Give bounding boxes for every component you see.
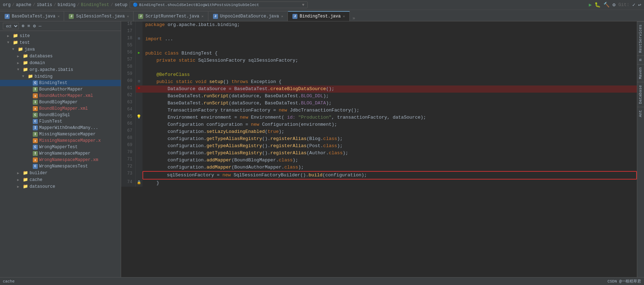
right-tab-database[interactable]: Database bbox=[637, 82, 644, 107]
settings-icon[interactable]: ⚙ bbox=[33, 23, 36, 29]
java-icon: C bbox=[33, 119, 38, 124]
sidebar-item-boundblogmapper[interactable]: I BoundBlogMapper bbox=[0, 99, 121, 105]
sidebar-scope-select[interactable]: ect bbox=[3, 23, 19, 29]
item-label: domain bbox=[30, 61, 45, 66]
line-content: } bbox=[142, 180, 637, 187]
line-gutter bbox=[135, 142, 142, 150]
breadcrumb: org / apache / ibatis / binding / Bindin… bbox=[3, 2, 128, 7]
folder-icon: 📁 bbox=[13, 40, 18, 45]
line-gutter: ● bbox=[135, 86, 142, 93]
breadcrumb-apache[interactable]: apache bbox=[16, 2, 31, 7]
sidebar-item-builder[interactable]: ▶ 📁 builder bbox=[0, 170, 121, 176]
line-number: 56 bbox=[121, 50, 135, 57]
tab-close-unpooled[interactable]: ✕ bbox=[281, 14, 283, 19]
breadcrumb-org[interactable]: org bbox=[3, 2, 11, 7]
run-icon[interactable]: ▶ bbox=[589, 2, 592, 8]
debug-icon[interactable]: 🐛 bbox=[594, 2, 601, 8]
table-row: 68 configuration.getTypeAliasRegistry().… bbox=[121, 135, 637, 142]
tab-label-binding: BindingTest.java bbox=[300, 14, 341, 19]
hide-icon[interactable]: — bbox=[38, 24, 41, 29]
sidebar-item-binding[interactable]: ▼ 📁 binding bbox=[0, 73, 121, 80]
breadcrumb-ibatis[interactable]: ibatis bbox=[37, 2, 52, 7]
item-label: MissingNamespaceMapper.x bbox=[39, 138, 101, 143]
folder-icon: 📁 bbox=[23, 170, 28, 176]
java-icon: C bbox=[33, 145, 38, 150]
git-icon[interactable]: ✓ bbox=[632, 2, 635, 8]
line-content bbox=[142, 64, 637, 71]
item-label: FlushTest bbox=[39, 119, 62, 124]
sidebar-item-flushtest[interactable]: C FlushTest bbox=[0, 118, 121, 125]
code-table: 16 package org.apache.ibatis.binding; 17… bbox=[121, 21, 637, 187]
tab-basedatatest[interactable]: J BaseDataTest.java ✕ bbox=[0, 11, 64, 21]
sidebar-item-org[interactable]: ▼ 📁 org.apache.ibatis bbox=[0, 66, 121, 73]
sidebar-item-datasource[interactable]: ▶ 📁 datasource bbox=[0, 183, 121, 190]
tab-close-binding[interactable]: ✕ bbox=[343, 14, 345, 19]
code-editor[interactable]: 16 package org.apache.ibatis.binding; 17… bbox=[121, 21, 637, 277]
sidebar-item-boundauthormapper[interactable]: I BoundAuthorMapper bbox=[0, 86, 121, 93]
sidebar-item-missingnsmapper[interactable]: I MissingNamespaceMapper bbox=[0, 131, 121, 138]
collapse-icon[interactable]: ≡ bbox=[27, 24, 30, 29]
tab-bindingtest[interactable]: J BindingTest.java ✕ bbox=[288, 11, 349, 21]
table-row: 64 TransactionFactory transactionFactory… bbox=[121, 107, 637, 114]
sidebar-item-wrongmappertest[interactable]: C WrongMapperTest bbox=[0, 144, 121, 150]
xml-icon: X bbox=[33, 106, 38, 111]
sidebar-item-boundblogsql[interactable]: C BoundBlogSql bbox=[0, 112, 121, 118]
line-gutter: ⊟ bbox=[135, 78, 142, 86]
tab-close-sqlsession[interactable]: ✕ bbox=[127, 14, 129, 19]
tab-sqlsessiontest[interactable]: J SqlSessionTest.java ✕ bbox=[64, 11, 134, 21]
sidebar-item-mapperwithone[interactable]: I MapperWithOneAndMany... bbox=[0, 125, 121, 131]
method-selector[interactable]: 🔵 BindingTest.shouldSelectBlogWithPostsU… bbox=[130, 1, 308, 8]
breadcrumb-binding[interactable]: binding bbox=[58, 2, 76, 7]
line-gutter bbox=[135, 150, 142, 157]
fold-icon[interactable]: ⊟ bbox=[138, 79, 140, 83]
sidebar-item-cache[interactable]: ▶ 📁 cache bbox=[0, 176, 121, 183]
tab-close-scriptrunner[interactable]: ✕ bbox=[202, 14, 204, 19]
right-tab-m[interactable]: m bbox=[637, 56, 644, 64]
item-label: databases bbox=[30, 54, 53, 59]
sync-icon[interactable]: ⊕ bbox=[22, 23, 25, 29]
line-gutter bbox=[135, 43, 142, 50]
line-content: Configuration configuration = new Config… bbox=[142, 121, 637, 128]
line-gutter bbox=[135, 21, 142, 28]
settings-icon[interactable]: ⚙ bbox=[612, 2, 615, 8]
sidebar-item-wrongnsmapper-xml[interactable]: X WrongNamespaceMapper.xm bbox=[0, 157, 121, 163]
folder-icon: 📁 bbox=[23, 184, 28, 189]
sidebar-item-boundblogmapper-xml[interactable]: X BoundBlogMapper.xml bbox=[0, 105, 121, 112]
tab-scriptrunner[interactable]: J ScriptRunnerTest.java ✕ bbox=[134, 11, 208, 21]
sidebar-item-missingnsmapper-xml[interactable]: X MissingNamespaceMapper.x bbox=[0, 138, 121, 144]
line-number: 74 bbox=[121, 180, 135, 187]
line-gutter bbox=[135, 128, 142, 135]
build-icon[interactable]: 🔨 bbox=[603, 2, 609, 8]
more-tabs-icon[interactable]: » bbox=[350, 16, 358, 21]
tab-close-basedatatest[interactable]: ✕ bbox=[57, 14, 59, 19]
fold-icon[interactable]: ⊞ bbox=[138, 37, 140, 41]
sidebar-item-site[interactable]: ▶ 📁 site bbox=[0, 32, 121, 39]
bulb-icon[interactable]: 💡 bbox=[136, 115, 141, 119]
item-label: datasource bbox=[30, 184, 55, 189]
line-number: 69 bbox=[121, 142, 135, 150]
status-right: CSDN @一根稻草君 bbox=[607, 279, 641, 284]
tab-unpooled[interactable]: J UnpooledDataSource.java ✕ bbox=[208, 11, 288, 21]
line-number: 17 bbox=[121, 28, 135, 36]
breadcrumb-class[interactable]: BindingTest bbox=[81, 2, 109, 7]
sidebar-item-java[interactable]: ▼ 📁 java bbox=[0, 46, 121, 53]
breakpoint-icon[interactable]: ● bbox=[137, 86, 140, 91]
sidebar-item-wrongnsmapper[interactable]: I WrongNamespaceMapper bbox=[0, 150, 121, 157]
sidebar-item-boundauthormapper-xml[interactable]: X BoundAuthorMapper.xml bbox=[0, 93, 121, 99]
right-tab-maven[interactable]: Maven bbox=[637, 64, 644, 82]
right-tab-restservices[interactable]: RestServices bbox=[637, 21, 644, 56]
line-number: 65 bbox=[121, 114, 135, 121]
java-icon: C bbox=[33, 113, 38, 118]
sidebar-item-databases[interactable]: ▶ 📁 databases bbox=[0, 53, 121, 59]
item-label: test bbox=[20, 40, 30, 45]
sidebar-item-wrongnstest[interactable]: C WrongNamespacesTest bbox=[0, 163, 121, 170]
java-icon: C bbox=[33, 81, 38, 86]
sidebar-item-test[interactable]: ▼ 📁 test bbox=[0, 39, 121, 46]
sidebar-item-domain[interactable]: ▶ 📁 domain bbox=[0, 59, 121, 66]
item-label: site bbox=[20, 33, 30, 38]
table-row: 66 Configuration configuration = new Con… bbox=[121, 121, 637, 128]
breadcrumb-method[interactable]: setup bbox=[115, 2, 128, 7]
history-icon[interactable]: ↩ bbox=[638, 2, 641, 8]
right-tab-ant[interactable]: Ant bbox=[637, 107, 644, 120]
sidebar-item-bindingtest[interactable]: C BindingTest bbox=[0, 80, 121, 86]
